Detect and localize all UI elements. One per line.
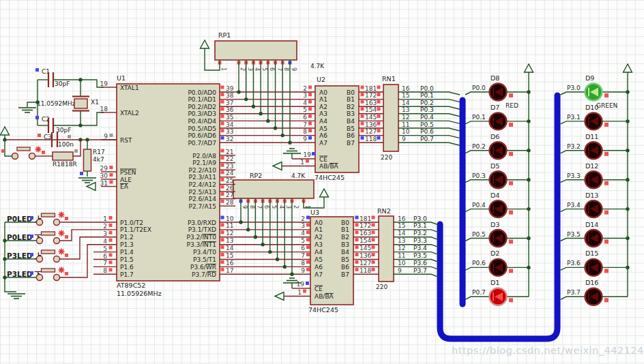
p3led-down-button[interactable] [42,269,55,272]
p0led-down-button[interactable] [37,238,43,244]
pin-state-marker [221,93,224,96]
pin-name-text: P2.4/A12 [189,181,216,188]
pin-state-marker [221,185,224,189]
pin-name: P2.7/A15 [189,203,216,210]
pin-name-text: P2.5/A13 [189,189,216,196]
pin-number: 16 [226,260,234,267]
pin-name: B4 [347,118,355,125]
pin-name: P0.2/AD2 [188,104,216,110]
pin-state-marker [308,107,312,110]
pin-state-marker [221,245,224,249]
rp2-respack[interactable] [233,180,314,198]
pin-state-marker [308,129,312,132]
pin-state-marker [604,298,609,302]
p3led-down-button[interactable] [37,275,43,281]
x1-crystal[interactable] [74,99,87,108]
junction-dot [626,178,629,181]
pin-name-text: P1.0/T2 [120,219,143,226]
reset-button[interactable] [12,153,18,160]
pin-name-text: B6 [347,132,355,139]
pin-number: 18 [360,215,368,222]
pin-name: P3.5/T1 [193,256,216,263]
pin-state-marker [308,136,312,140]
p0led-up-button[interactable] [37,219,43,226]
p0led-down-button[interactable] [54,238,60,244]
pin-name: P2.3/A11 [189,174,216,181]
pin-name-text: B1 [341,226,349,233]
rn2-resistor-network[interactable] [379,216,394,282]
pin-name-text: A0 [319,89,327,96]
p0led-up-button[interactable] [54,219,60,226]
pin-name: B0 [347,89,355,96]
rn1-resistor-network[interactable] [383,85,398,151]
pin-state-marker [68,135,71,138]
pin-name: P2.4/A12 [189,181,216,188]
pin-name: B2 [347,104,355,110]
pin-state-marker [303,290,306,293]
junction-dot [281,134,284,137]
pin-name-text: P2.2/A10 [189,167,217,174]
pin-state-marker [377,115,381,118]
pin-number: 14 [402,100,410,106]
pin-state-marker [372,260,375,264]
pin-name: A3 [319,110,327,117]
pin-state-marker [509,240,513,244]
junction-dot [527,237,530,240]
led-wire [465,267,490,270]
pin-name: A0 [314,219,323,226]
pin-state-marker [30,271,33,275]
pin-name: A6 [319,132,327,139]
rp-pin-number: 9 [291,67,297,71]
pin-state-marker [35,116,39,119]
net-label: P0.6 [472,260,486,267]
pin-name-text: XTAL1 [120,85,139,91]
pin-number: 9 [398,267,402,274]
pin-number: 24 [226,170,234,177]
pin-state-marker [306,230,310,234]
junction-dot [261,243,264,246]
pin-name: A5 [319,125,327,132]
pin-name-text: A6 [319,132,327,139]
reset-button[interactable] [17,147,30,151]
net-label: P3.6 [413,260,427,267]
reset-button[interactable] [29,153,35,160]
net-label: P3.7 [413,267,427,274]
rp-pin-number: 4 [278,205,284,209]
p0led-down-button[interactable] [42,232,55,235]
led-wire [561,121,585,124]
pin-name: A0 [319,89,327,96]
led-wire [561,180,585,183]
rp1-respack[interactable] [215,41,297,60]
pin-name-text: XTAL2 [120,110,139,117]
button-label: P0LED [7,233,33,241]
u1-ref: U1 [117,74,126,82]
pin-state-marker [65,217,68,220]
r18-resistor[interactable] [53,152,73,160]
pin-name: P1.2 [120,234,134,241]
pin-name-text: A2 [314,234,323,241]
net-label: P3.2 [413,230,427,237]
pin-state-marker [355,260,359,264]
junction-dot [78,78,82,81]
p3led-up-button[interactable] [42,250,55,254]
pin-number: 1 [297,289,302,296]
pin-name: B7 [347,140,355,147]
p3led-up-button[interactable] [37,256,43,262]
p0led-up-button[interactable] [42,213,55,217]
watermark: https://blog.csdn.net/weixin_44212493 [452,345,644,356]
pin-name-text: P1.6 [120,264,134,271]
p3led-up-button[interactable] [54,256,60,262]
pin-name-text: B0 [347,89,355,96]
p3led-down-button[interactable] [54,275,60,281]
pin-name: XTAL2 [120,110,139,117]
pin-state-marker [509,181,513,185]
pin-number: 1 [300,159,304,166]
pin-name-text: B7 [341,271,349,278]
pin-name-text: P3.1/TXD [188,226,216,233]
rp1-ref: RP1 [218,31,231,39]
r17-value: 4k7 [93,156,104,163]
r17-resistor[interactable] [84,149,91,171]
pin-state-marker [110,166,113,169]
pin-state-marker [361,136,364,140]
led-designator: D14 [585,221,598,228]
